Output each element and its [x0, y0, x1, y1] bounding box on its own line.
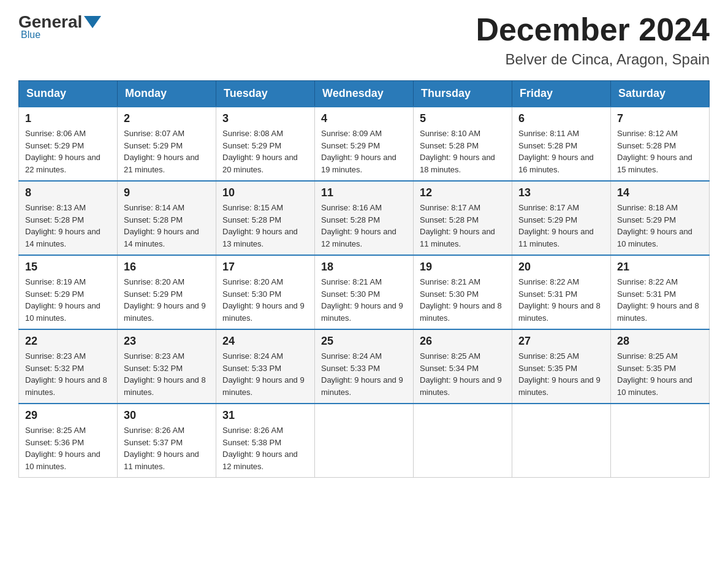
day-number: 3: [222, 112, 308, 125]
day-number: 15: [25, 261, 111, 274]
col-saturday: Saturday: [611, 81, 710, 107]
calendar-cell: 18Sunrise: 8:21 AMSunset: 5:30 PMDayligh…: [315, 255, 414, 329]
day-number: 7: [617, 112, 703, 125]
calendar-cell: 1Sunrise: 8:06 AMSunset: 5:29 PMDaylight…: [19, 107, 118, 181]
day-info: Sunrise: 8:24 AMSunset: 5:33 PMDaylight:…: [222, 350, 308, 398]
day-info: Sunrise: 8:13 AMSunset: 5:28 PMDaylight:…: [25, 202, 111, 250]
day-info: Sunrise: 8:26 AMSunset: 5:37 PMDaylight:…: [124, 424, 210, 472]
calendar-cell: 11Sunrise: 8:16 AMSunset: 5:28 PMDayligh…: [315, 181, 414, 255]
day-info: Sunrise: 8:21 AMSunset: 5:30 PMDaylight:…: [321, 276, 407, 324]
calendar-cell: 28Sunrise: 8:25 AMSunset: 5:35 PMDayligh…: [611, 329, 710, 404]
calendar-cell: 8Sunrise: 8:13 AMSunset: 5:28 PMDaylight…: [19, 181, 118, 255]
day-info: Sunrise: 8:25 AMSunset: 5:34 PMDaylight:…: [420, 350, 506, 398]
day-info: Sunrise: 8:12 AMSunset: 5:28 PMDaylight:…: [617, 128, 703, 175]
day-info: Sunrise: 8:24 AMSunset: 5:33 PMDaylight:…: [321, 350, 407, 398]
location-title: Belver de Cinca, Aragon, Spain: [476, 51, 710, 68]
day-info: Sunrise: 8:20 AMSunset: 5:29 PMDaylight:…: [124, 276, 210, 324]
day-number: 21: [617, 261, 703, 274]
calendar-cell: 23Sunrise: 8:23 AMSunset: 5:32 PMDayligh…: [118, 329, 216, 404]
day-info: Sunrise: 8:10 AMSunset: 5:28 PMDaylight:…: [420, 128, 506, 175]
calendar-cell: 15Sunrise: 8:19 AMSunset: 5:29 PMDayligh…: [19, 255, 118, 329]
day-number: 10: [222, 186, 308, 199]
day-info: Sunrise: 8:18 AMSunset: 5:29 PMDaylight:…: [617, 202, 703, 250]
day-number: 4: [321, 112, 407, 125]
col-sunday: Sunday: [19, 81, 118, 107]
day-number: 31: [222, 409, 308, 422]
day-number: 17: [222, 261, 308, 274]
day-number: 22: [25, 335, 111, 348]
day-info: Sunrise: 8:06 AMSunset: 5:29 PMDaylight:…: [25, 128, 111, 175]
week-row-2: 8Sunrise: 8:13 AMSunset: 5:28 PMDaylight…: [19, 181, 710, 255]
day-number: 20: [518, 261, 604, 274]
day-number: 2: [124, 112, 210, 125]
day-info: Sunrise: 8:14 AMSunset: 5:28 PMDaylight:…: [124, 202, 210, 250]
day-info: Sunrise: 8:17 AMSunset: 5:28 PMDaylight:…: [420, 202, 506, 250]
week-row-3: 15Sunrise: 8:19 AMSunset: 5:29 PMDayligh…: [19, 255, 710, 329]
calendar-cell: 14Sunrise: 8:18 AMSunset: 5:29 PMDayligh…: [611, 181, 710, 255]
calendar-cell: 30Sunrise: 8:26 AMSunset: 5:37 PMDayligh…: [118, 404, 216, 478]
calendar-cell: 27Sunrise: 8:25 AMSunset: 5:35 PMDayligh…: [512, 329, 611, 404]
calendar-cell: 20Sunrise: 8:22 AMSunset: 5:31 PMDayligh…: [512, 255, 611, 329]
day-info: Sunrise: 8:17 AMSunset: 5:29 PMDaylight:…: [518, 202, 604, 250]
calendar-cell: [512, 404, 611, 478]
calendar-cell: [611, 404, 710, 478]
logo-triangle-icon: [84, 16, 101, 28]
logo: General Blue: [18, 12, 103, 40]
day-number: 23: [124, 335, 210, 348]
day-number: 19: [420, 261, 506, 274]
day-number: 25: [321, 335, 407, 348]
col-friday: Friday: [512, 81, 611, 107]
calendar-cell: 21Sunrise: 8:22 AMSunset: 5:31 PMDayligh…: [611, 255, 710, 329]
day-number: 30: [124, 409, 210, 422]
day-info: Sunrise: 8:26 AMSunset: 5:38 PMDaylight:…: [222, 424, 308, 472]
calendar-header-row: Sunday Monday Tuesday Wednesday Thursday…: [19, 81, 710, 107]
day-number: 18: [321, 261, 407, 274]
calendar-cell: 19Sunrise: 8:21 AMSunset: 5:30 PMDayligh…: [414, 255, 512, 329]
day-info: Sunrise: 8:09 AMSunset: 5:29 PMDaylight:…: [321, 128, 407, 175]
day-number: 8: [25, 186, 111, 199]
calendar-cell: [315, 404, 414, 478]
day-number: 11: [321, 186, 407, 199]
calendar-cell: 3Sunrise: 8:08 AMSunset: 5:29 PMDaylight…: [216, 107, 315, 181]
calendar-cell: 10Sunrise: 8:15 AMSunset: 5:28 PMDayligh…: [216, 181, 315, 255]
day-number: 9: [124, 186, 210, 199]
day-info: Sunrise: 8:20 AMSunset: 5:30 PMDaylight:…: [222, 276, 308, 324]
calendar-cell: 17Sunrise: 8:20 AMSunset: 5:30 PMDayligh…: [216, 255, 315, 329]
col-tuesday: Tuesday: [216, 81, 315, 107]
calendar-cell: 5Sunrise: 8:10 AMSunset: 5:28 PMDaylight…: [414, 107, 512, 181]
calendar-cell: 9Sunrise: 8:14 AMSunset: 5:28 PMDaylight…: [118, 181, 216, 255]
calendar-cell: 13Sunrise: 8:17 AMSunset: 5:29 PMDayligh…: [512, 181, 611, 255]
day-info: Sunrise: 8:07 AMSunset: 5:29 PMDaylight:…: [124, 128, 210, 175]
day-info: Sunrise: 8:19 AMSunset: 5:29 PMDaylight:…: [25, 276, 111, 324]
day-info: Sunrise: 8:08 AMSunset: 5:29 PMDaylight:…: [222, 128, 308, 175]
calendar-cell: 31Sunrise: 8:26 AMSunset: 5:38 PMDayligh…: [216, 404, 315, 478]
day-info: Sunrise: 8:25 AMSunset: 5:35 PMDaylight:…: [617, 350, 703, 398]
week-row-4: 22Sunrise: 8:23 AMSunset: 5:32 PMDayligh…: [19, 329, 710, 404]
day-number: 13: [518, 186, 604, 199]
day-info: Sunrise: 8:22 AMSunset: 5:31 PMDaylight:…: [518, 276, 604, 324]
calendar-cell: 12Sunrise: 8:17 AMSunset: 5:28 PMDayligh…: [414, 181, 512, 255]
day-number: 24: [222, 335, 308, 348]
day-info: Sunrise: 8:23 AMSunset: 5:32 PMDaylight:…: [25, 350, 111, 398]
day-info: Sunrise: 8:22 AMSunset: 5:31 PMDaylight:…: [617, 276, 703, 324]
week-row-1: 1Sunrise: 8:06 AMSunset: 5:29 PMDaylight…: [19, 107, 710, 181]
day-number: 1: [25, 112, 111, 125]
day-number: 12: [420, 186, 506, 199]
calendar-table: Sunday Monday Tuesday Wednesday Thursday…: [18, 80, 710, 478]
calendar-cell: 16Sunrise: 8:20 AMSunset: 5:29 PMDayligh…: [118, 255, 216, 329]
calendar-cell: 4Sunrise: 8:09 AMSunset: 5:29 PMDaylight…: [315, 107, 414, 181]
calendar-cell: 26Sunrise: 8:25 AMSunset: 5:34 PMDayligh…: [414, 329, 512, 404]
col-wednesday: Wednesday: [315, 81, 414, 107]
calendar-cell: [414, 404, 512, 478]
calendar-cell: 24Sunrise: 8:24 AMSunset: 5:33 PMDayligh…: [216, 329, 315, 404]
logo-blue-text: Blue: [21, 29, 40, 40]
day-info: Sunrise: 8:25 AMSunset: 5:36 PMDaylight:…: [25, 424, 111, 472]
calendar-cell: 22Sunrise: 8:23 AMSunset: 5:32 PMDayligh…: [19, 329, 118, 404]
day-number: 5: [420, 112, 506, 125]
page-header: General Blue December 2024 Belver de Cin…: [18, 12, 710, 68]
calendar-cell: 2Sunrise: 8:07 AMSunset: 5:29 PMDaylight…: [118, 107, 216, 181]
day-number: 6: [518, 112, 604, 125]
day-info: Sunrise: 8:16 AMSunset: 5:28 PMDaylight:…: [321, 202, 407, 250]
title-block: December 2024 Belver de Cinca, Aragon, S…: [476, 12, 710, 68]
day-number: 27: [518, 335, 604, 348]
